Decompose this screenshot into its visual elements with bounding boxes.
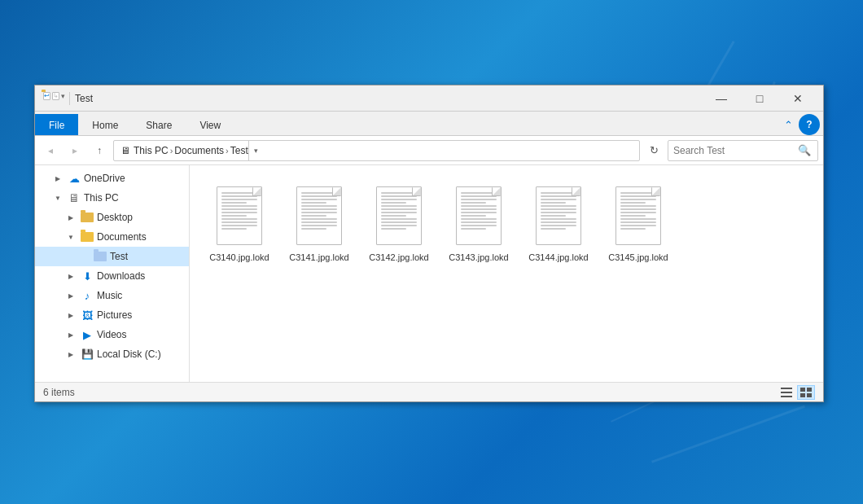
item-count: 6 items <box>43 387 75 398</box>
ribbon-tabs: File Home Share View ⌃ ? <box>35 112 823 136</box>
svg-rect-2 <box>781 396 792 397</box>
close-button[interactable]: ✕ <box>779 87 817 110</box>
window-controls: — □ ✕ <box>703 87 817 110</box>
documents-icon <box>81 230 94 243</box>
videos-icon: ▶ <box>81 328 94 341</box>
file-name-1: C3141.jpg.lokd <box>289 252 348 263</box>
file-icon-4 <box>532 183 585 248</box>
downloads-icon: ⬇ <box>81 270 94 283</box>
sidebar-item-videos[interactable]: ▶ ▶ Videos <box>35 325 189 344</box>
sidebar-label-documents: Documents <box>97 231 147 243</box>
help-button[interactable]: ? <box>799 114 820 135</box>
sidebar-item-downloads[interactable]: ▶ ⬇ Downloads <box>35 266 189 286</box>
forward-button[interactable]: ▸ <box>64 140 85 161</box>
expand-arrow-videos: ▶ <box>64 328 77 341</box>
doc-page-4 <box>536 186 581 245</box>
minimize-button[interactable]: — <box>703 87 740 110</box>
file-item-4[interactable]: C3144.jpg.lokd <box>522 178 595 268</box>
file-item-2[interactable]: C3142.jpg.lokd <box>362 178 436 268</box>
file-name-2: C3142.jpg.lokd <box>369 252 428 263</box>
file-icon-2 <box>373 183 425 248</box>
explorer-window: ↩ ↳ ▾ Test — □ ✕ File Home Share View ⌃ … <box>34 85 824 402</box>
back-button[interactable]: ◂ <box>40 140 61 161</box>
tab-home[interactable]: Home <box>78 114 132 135</box>
sidebar-item-onedrive[interactable]: ▶ ☁ OneDrive <box>35 169 189 188</box>
expand-arrow-onedrive: ▶ <box>51 172 64 185</box>
sidebar-item-local-disk[interactable]: ▶ 💾 Local Disk (C:) <box>35 344 189 364</box>
file-name-4: C3144.jpg.lokd <box>528 252 588 263</box>
breadcrumb-documents[interactable]: Documents <box>174 145 224 156</box>
tab-file[interactable]: File <box>35 114 78 135</box>
sidebar-label-this-pc: This PC <box>84 192 119 204</box>
expand-arrow-desktop: ▶ <box>64 211 77 224</box>
sidebar-item-test[interactable]: Test <box>35 247 189 266</box>
file-item-1[interactable]: C3141.jpg.lokd <box>283 178 356 268</box>
list-view-button[interactable] <box>778 385 795 400</box>
sidebar-label-local-disk: Local Disk (C:) <box>97 348 161 360</box>
tab-view[interactable]: View <box>186 114 234 135</box>
file-name-5: C3145.jpg.lokd <box>608 252 668 263</box>
expand-arrow-test <box>77 250 90 263</box>
sidebar-item-documents[interactable]: ▼ Documents <box>35 227 189 247</box>
local-disk-icon: 💾 <box>81 348 94 361</box>
this-pc-icon: 🖥 <box>68 191 81 204</box>
file-area: C3140.jpg.lokdC3141.jpg.lokdC3142.jpg.lo… <box>190 165 823 382</box>
file-name-3: C3143.jpg.lokd <box>449 252 508 263</box>
up-button[interactable]: ↑ <box>89 140 110 161</box>
doc-page-3 <box>456 186 502 245</box>
svg-rect-6 <box>807 393 812 397</box>
sidebar-label-test: Test <box>110 251 128 262</box>
file-name-0: C3140.jpg.lokd <box>209 252 269 263</box>
pictures-icon: 🖼 <box>81 309 94 322</box>
expand-arrow-documents: ▼ <box>64 230 77 243</box>
sidebar-item-music[interactable]: ▶ ♪ Music <box>35 286 189 305</box>
sidebar-item-pictures[interactable]: ▶ 🖼 Pictures <box>35 305 189 325</box>
sidebar-item-this-pc[interactable]: ▼ 🖥 This PC <box>35 188 189 208</box>
title-bar-folder-icon: ↩ ↳ ▾ <box>42 92 55 105</box>
expand-arrow-local-disk: ▶ <box>64 348 77 361</box>
address-field[interactable]: 🖥 This PC › Documents › Test ▾ <box>113 140 640 161</box>
onedrive-icon: ☁ <box>68 172 81 185</box>
refresh-button[interactable]: ↻ <box>643 140 664 161</box>
ribbon-expand-button[interactable]: ⌃ <box>778 114 799 135</box>
desktop-icon <box>81 211 94 224</box>
main-area: ▶ ☁ OneDrive ▼ 🖥 This PC ▶ Des <box>35 165 823 382</box>
svg-rect-1 <box>781 392 792 393</box>
view-toggle <box>778 385 815 400</box>
breadcrumb-this-pc[interactable]: 🖥 This PC <box>120 145 169 156</box>
music-icon: ♪ <box>81 289 94 302</box>
files-grid: C3140.jpg.lokdC3141.jpg.lokdC3142.jpg.lo… <box>190 165 823 382</box>
doc-page-1 <box>296 186 342 245</box>
breadcrumb-sep-1: › <box>170 146 173 156</box>
search-button[interactable]: 🔍 <box>796 142 813 159</box>
file-item-5[interactable]: C3145.jpg.lokd <box>602 178 675 268</box>
test-folder-icon <box>94 250 107 263</box>
doc-page-5 <box>615 186 661 245</box>
status-bar: 6 items <box>35 382 823 401</box>
title-bar: ↩ ↳ ▾ Test — □ ✕ <box>35 85 823 112</box>
svg-rect-4 <box>807 388 812 392</box>
file-icon-3 <box>453 183 505 248</box>
breadcrumb-sep-2: › <box>226 146 229 156</box>
file-item-3[interactable]: C3143.jpg.lokd <box>442 178 515 268</box>
expand-arrow-pictures: ▶ <box>64 309 77 322</box>
expand-arrow-downloads: ▶ <box>64 270 77 283</box>
svg-rect-0 <box>781 388 792 389</box>
svg-rect-3 <box>800 388 805 392</box>
icon-view-button[interactable] <box>797 385 815 400</box>
sidebar-label-videos: Videos <box>97 329 126 340</box>
search-input[interactable] <box>673 145 796 156</box>
sidebar-label-desktop: Desktop <box>97 212 133 223</box>
expand-arrow-this-pc: ▼ <box>51 191 64 204</box>
file-icon-5 <box>612 183 664 248</box>
doc-page-2 <box>376 186 422 245</box>
breadcrumb-test[interactable]: Test <box>230 145 248 156</box>
file-icon-1 <box>293 183 345 248</box>
address-bar: ◂ ▸ ↑ 🖥 This PC › Documents › Test ▾ ↻ 🔍 <box>35 136 823 165</box>
address-dropdown-button[interactable]: ▾ <box>248 140 263 161</box>
file-item-0[interactable]: C3140.jpg.lokd <box>203 178 276 268</box>
sidebar-item-desktop[interactable]: ▶ Desktop <box>35 208 189 227</box>
tab-share[interactable]: Share <box>132 114 186 135</box>
maximize-button[interactable]: □ <box>741 87 778 110</box>
sidebar: ▶ ☁ OneDrive ▼ 🖥 This PC ▶ Des <box>35 165 190 382</box>
